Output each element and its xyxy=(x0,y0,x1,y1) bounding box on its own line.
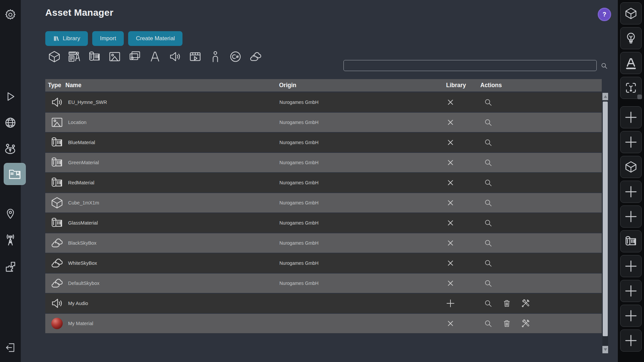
tool-material-button[interactable] xyxy=(620,230,642,252)
remove-from-library-button[interactable] xyxy=(445,93,456,112)
table-row[interactable]: My Audio xyxy=(45,294,602,313)
antenna-icon xyxy=(4,233,17,247)
table-row[interactable]: My Material xyxy=(45,314,602,333)
tool-add-button[interactable] xyxy=(620,280,642,302)
filter-font-icon[interactable] xyxy=(148,49,162,64)
inspect-button[interactable] xyxy=(483,118,493,127)
help-button[interactable]: ? xyxy=(598,8,611,21)
filter-image-sequence-icon[interactable] xyxy=(127,49,142,64)
table-row[interactable]: EU_Hymne_SWRNurogames GmbH xyxy=(45,93,602,112)
tool-add-button[interactable] xyxy=(620,131,642,153)
asset-manager-button-active[interactable] xyxy=(4,163,26,185)
inspect-button[interactable] xyxy=(483,198,493,207)
table-row[interactable]: LocationNurogames GmbH xyxy=(45,113,602,132)
asset-origin: Nurogames GmbH xyxy=(279,193,319,213)
tool-add-button[interactable] xyxy=(620,255,642,277)
up-arrow-icon xyxy=(604,95,607,98)
skybox-icon xyxy=(50,256,64,270)
tool-add-button[interactable] xyxy=(620,205,642,228)
remove-from-library-button[interactable] xyxy=(445,233,456,253)
filter-avatar-icon[interactable] xyxy=(208,49,223,64)
filter-audio-icon[interactable] xyxy=(168,49,182,64)
tool-add-button[interactable] xyxy=(620,181,642,203)
search-icon[interactable] xyxy=(600,62,608,70)
tool-add-button[interactable] xyxy=(620,106,642,128)
import-button[interactable]: Import xyxy=(92,31,124,46)
filter-video-icon[interactable] xyxy=(188,49,203,64)
filter-skybox-icon[interactable] xyxy=(248,49,263,64)
inspect-button[interactable] xyxy=(483,98,493,107)
remove-from-library-button[interactable] xyxy=(445,113,456,132)
search-input[interactable] xyxy=(343,60,597,71)
asset-name: GlassMaterial xyxy=(68,213,98,233)
tool-text-button[interactable] xyxy=(620,52,642,74)
table-row[interactable]: GreenMaterialNurogames GmbH xyxy=(45,153,602,172)
settings-button[interactable] xyxy=(0,8,21,21)
remove-from-library-button[interactable] xyxy=(445,173,456,192)
down-arrow-icon xyxy=(604,348,607,351)
world-button[interactable] xyxy=(0,116,21,129)
material-preview-icon xyxy=(50,317,64,330)
filter-script-icon[interactable] xyxy=(228,49,243,64)
create-material-button[interactable]: Create Material xyxy=(128,31,182,46)
tool-primitive-button[interactable] xyxy=(620,156,642,178)
remove-from-library-button[interactable] xyxy=(445,253,456,273)
session-locations-button[interactable] xyxy=(0,142,21,156)
table-row[interactable]: DefaultSkyboxNurogames GmbH xyxy=(45,274,602,293)
inspect-button[interactable] xyxy=(483,238,493,248)
tool-add-button[interactable] xyxy=(620,329,642,352)
inspect-button[interactable] xyxy=(483,279,493,288)
add-to-library-button[interactable] xyxy=(445,294,456,313)
location-button[interactable] xyxy=(0,208,21,220)
remove-from-library-button[interactable] xyxy=(445,133,456,152)
delete-button[interactable] xyxy=(502,299,512,308)
table-row[interactable]: WhiteSkyBoxNurogames GmbH xyxy=(45,253,602,273)
column-header-type: Type xyxy=(48,79,61,92)
inspect-button[interactable] xyxy=(483,178,493,187)
scroll-up-button[interactable] xyxy=(602,93,608,100)
inspect-button[interactable] xyxy=(483,138,493,147)
play-button[interactable] xyxy=(0,90,21,103)
scroll-down-button[interactable] xyxy=(602,346,608,353)
plugins-button[interactable] xyxy=(0,260,21,273)
tool-add-button[interactable] xyxy=(620,305,642,327)
network-button[interactable] xyxy=(0,233,21,247)
filter-material-icon[interactable] xyxy=(87,49,102,64)
table-row[interactable]: GlassMaterialNurogames GmbH xyxy=(45,213,602,233)
tool-model-button[interactable] xyxy=(620,2,642,24)
tool-transform-button[interactable] xyxy=(620,77,642,99)
edit-button[interactable] xyxy=(521,319,530,328)
remove-from-library-button[interactable] xyxy=(445,193,456,213)
inspect-button[interactable] xyxy=(483,218,493,228)
inspect-button[interactable] xyxy=(483,319,493,328)
table-row[interactable]: BlueMaterialNurogames GmbH xyxy=(45,133,602,152)
page-title: Asset Manager xyxy=(45,7,113,18)
inspect-button[interactable] xyxy=(483,258,493,268)
table-header: Type Name Origin Library Actions xyxy=(45,79,602,92)
remove-from-library-button[interactable] xyxy=(445,314,456,333)
delete-button[interactable] xyxy=(502,319,512,328)
scrollbar xyxy=(602,93,608,353)
library-button[interactable]: Library xyxy=(45,31,88,46)
table-row[interactable]: BlackSkyBoxNurogames GmbH xyxy=(45,233,602,253)
right-toolbar xyxy=(618,0,644,362)
edit-button[interactable] xyxy=(521,299,530,308)
tool-light-button[interactable] xyxy=(620,27,642,49)
remove-from-library-button[interactable] xyxy=(445,213,456,233)
column-header-origin: Origin xyxy=(279,79,297,92)
filter-model-icon[interactable] xyxy=(47,49,62,64)
filter-prefab-icon[interactable] xyxy=(67,49,82,64)
table-row[interactable]: Cube_1mX1mNurogames GmbH xyxy=(45,193,602,213)
remove-from-library-button[interactable] xyxy=(445,153,456,172)
inspect-button[interactable] xyxy=(483,299,493,308)
scrollbar-thumb[interactable] xyxy=(603,102,608,336)
logout-button[interactable] xyxy=(0,342,21,353)
asset-origin: Nurogames GmbH xyxy=(279,153,319,172)
globe-icon xyxy=(4,116,17,129)
skybox-icon xyxy=(50,277,64,290)
inspect-button[interactable] xyxy=(483,158,493,167)
filter-image-icon[interactable] xyxy=(107,49,122,64)
material-sphere-preview xyxy=(51,318,63,329)
table-row[interactable]: RedMaterialNurogames GmbH xyxy=(45,173,602,192)
remove-from-library-button[interactable] xyxy=(445,274,456,293)
